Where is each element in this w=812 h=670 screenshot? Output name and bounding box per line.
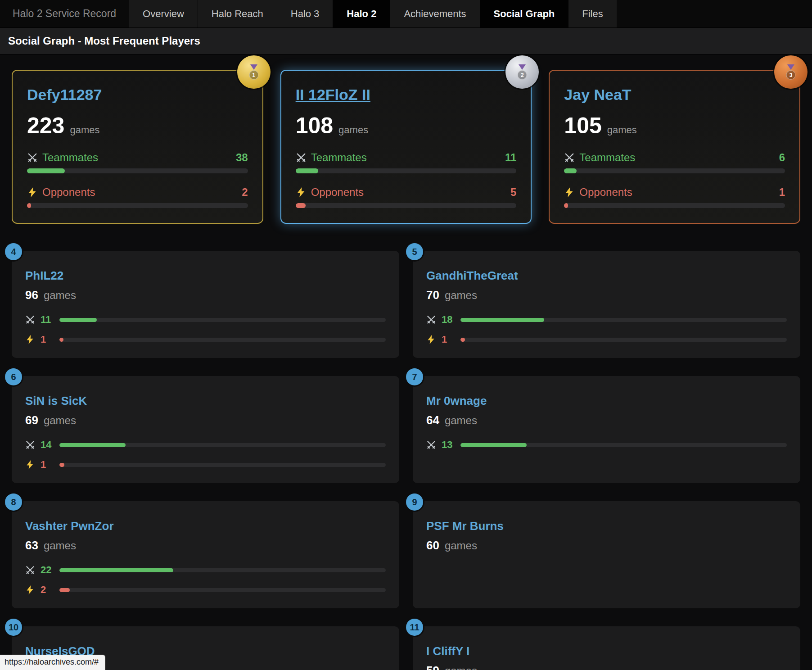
games-label: games (44, 414, 76, 427)
medal-rank-number: 1 (249, 70, 258, 80)
teammates-bar-fill (460, 443, 527, 447)
medal-ribbon (519, 64, 526, 70)
nav-tab-label: Files (582, 8, 603, 20)
page-header: Social Graph - Most Frequent Players (0, 28, 812, 54)
link-preview-status-bar: https://haloarchives.com/# (0, 655, 105, 670)
teammates-label: Teammates (42, 151, 98, 164)
player-name-link[interactable]: Vashter PwnZor (25, 519, 114, 533)
crossed-swords-icon (564, 152, 575, 163)
teammates-count: 13 (442, 439, 455, 451)
opponents-stat-row: 1 (25, 459, 386, 471)
games-count: 70 (426, 288, 439, 302)
teammates-stat-row: 11 (25, 314, 386, 326)
player-name-link[interactable]: PSF Mr Burns (426, 519, 504, 533)
games-count: 64 (426, 413, 439, 427)
games-count-row: 96 games (25, 288, 386, 302)
nav-tabs: Overview Halo Reach Halo 3 Halo 2 Achiev… (129, 0, 617, 27)
games-count: 69 (25, 413, 38, 427)
player-name-link[interactable]: GandhiTheGreat (426, 269, 518, 283)
games-count-row: 69 games (25, 413, 386, 427)
crossed-swords-icon (426, 440, 436, 450)
teammates-count: 11 (41, 314, 54, 326)
rank-badge: 8 (5, 493, 22, 511)
opponents-label: Opponents (579, 186, 632, 199)
crossed-swords-icon (296, 152, 307, 163)
opponents-bar (27, 203, 248, 208)
opponents-label: Opponents (311, 186, 364, 199)
player-name-link[interactable]: SiN is SicK (25, 394, 87, 408)
games-label: games (445, 665, 477, 670)
opponents-count: 5 (510, 186, 516, 199)
player-name-link[interactable]: I CliffY I (426, 644, 469, 658)
opponents-bar-fill (460, 338, 465, 342)
games-count: 59 (426, 664, 439, 670)
rank-badge: 4 (5, 243, 22, 260)
games-label: games (445, 414, 477, 427)
player-card: 11 I CliffY I 59 games (413, 626, 800, 670)
teammates-bar (460, 318, 787, 322)
tab-halo-2[interactable]: Halo 2 (333, 0, 390, 27)
nav-tab-label: Halo Reach (212, 8, 263, 20)
tab-overview[interactable]: Overview (129, 0, 198, 27)
top-player-card: 1 Defy11287 223 games Teammates 38 Oppon… (12, 70, 263, 224)
tab-halo-3[interactable]: Halo 3 (277, 0, 333, 27)
player-name-link[interactable]: Defy11287 (27, 86, 102, 104)
player-name-link[interactable]: PhIL22 (25, 269, 63, 283)
player-name-link[interactable]: Mr 0wnage (426, 394, 487, 408)
tab-halo-reach[interactable]: Halo Reach (198, 0, 277, 27)
medal-rank-number: 3 (786, 70, 796, 80)
teammates-stat-row: Teammates 6 (564, 151, 785, 164)
opponents-stat-row: Opponents 5 (296, 186, 517, 199)
player-name-link[interactable]: Jay NeaT (564, 86, 631, 104)
games-count: 223 (27, 113, 64, 139)
teammates-stat-row: 14 (25, 439, 386, 451)
teammates-stat-row: Teammates 11 (296, 151, 517, 164)
opponents-bar-fill (59, 338, 63, 342)
tab-social-graph[interactable]: Social Graph (480, 0, 568, 27)
opponents-stat-row: 1 (426, 334, 787, 345)
teammates-bar (27, 168, 248, 173)
teammates-count: 38 (236, 151, 248, 164)
player-card: 7 Mr 0wnage 64 games 13 (413, 376, 800, 483)
page-title: Social Graph - Most Frequent Players (8, 35, 804, 47)
opponents-stat-row: Opponents 1 (564, 186, 785, 199)
games-label: games (607, 124, 637, 136)
rank-badge: 10 (5, 619, 22, 636)
teammates-bar (59, 568, 386, 572)
medal-glyph: 2 (516, 64, 528, 80)
games-count: 60 (426, 539, 439, 552)
player-card: 6 SiN is SicK 69 games 14 1 (12, 376, 399, 483)
teammates-count: 6 (779, 151, 785, 164)
rank-medal-icon: 3 (774, 55, 807, 89)
player-name-link[interactable]: II 12FloZ II (296, 86, 370, 104)
teammates-label: Teammates (311, 151, 367, 164)
opponents-stat-row: Opponents 2 (27, 186, 248, 199)
top-nav: Halo 2 Service Record Overview Halo Reac… (0, 0, 812, 28)
games-count-row: 63 games (25, 539, 386, 552)
opponents-bar (59, 463, 386, 467)
rank-medal-icon: 2 (505, 55, 539, 89)
teammates-bar (296, 168, 517, 173)
medal-rank-number: 2 (518, 70, 527, 80)
lightning-icon (564, 187, 575, 198)
tab-achievements[interactable]: Achievements (390, 0, 479, 27)
opponents-bar-fill (296, 203, 306, 208)
opponents-count: 2 (41, 584, 54, 596)
top-players-row: 1 Defy11287 223 games Teammates 38 Oppon… (12, 70, 800, 224)
teammates-bar-fill (59, 443, 126, 447)
opponents-count: 1 (779, 186, 785, 199)
games-label: games (44, 539, 76, 552)
teammates-bar (59, 318, 386, 322)
teammates-bar-fill (59, 568, 173, 572)
teammates-bar-fill (460, 318, 544, 322)
lightning-icon (426, 335, 436, 344)
player-card: 4 PhIL22 96 games 11 1 (12, 251, 399, 358)
lightning-icon (25, 585, 35, 595)
app-title: Halo 2 Service Record (0, 0, 129, 27)
rank-badge: 11 (406, 619, 423, 636)
games-label: games (338, 124, 368, 136)
opponents-bar (59, 588, 386, 592)
opponents-bar-fill (59, 588, 70, 592)
games-count-row: 108 games (296, 113, 517, 139)
tab-files[interactable]: Files (568, 0, 616, 27)
